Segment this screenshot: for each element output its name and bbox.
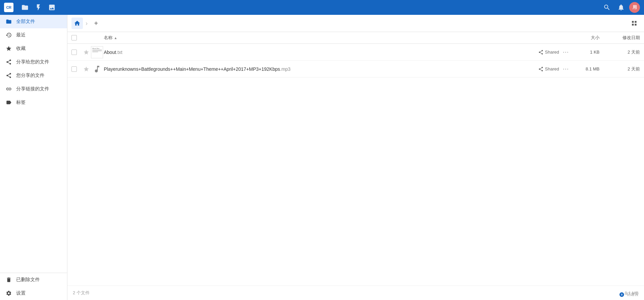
txt-file-icon: About New bbox=[91, 46, 103, 58]
sidebar-item-label: 已删除文件 bbox=[16, 277, 40, 283]
sidebar-item-shared-with-me[interactable]: 分享给您的文件 bbox=[0, 55, 67, 69]
logo-text: CR bbox=[6, 5, 11, 9]
toolbar-right bbox=[628, 18, 640, 29]
link-icon bbox=[5, 86, 12, 92]
main-container: 全部文件 最近 收藏 分享给您的文件 您分享的文件 bbox=[0, 15, 644, 300]
sidebar-item-label: 全部文件 bbox=[16, 19, 35, 25]
sidebar-item-settings[interactable]: 设置 bbox=[0, 287, 67, 300]
file-thumbnail: About New bbox=[90, 46, 104, 58]
clock-icon bbox=[5, 32, 12, 38]
file-ext: .txt bbox=[116, 50, 123, 55]
brand-text: 亿速云 bbox=[626, 292, 639, 297]
file-list: About New About.txt Shared ··· 1 KB bbox=[67, 44, 644, 286]
header-size-col: 大小 bbox=[573, 35, 600, 41]
sidebar-item-shared-links[interactable]: 分享链接的文件 bbox=[0, 82, 67, 96]
header-date-col: 修改日期 bbox=[600, 35, 640, 41]
folder-icon bbox=[5, 18, 12, 25]
file-name: Playerunknowns+Battlegrounds++Main+Menu+… bbox=[104, 66, 525, 72]
sidebar-item-favorites[interactable]: 收藏 bbox=[0, 42, 67, 55]
search-icon[interactable] bbox=[601, 1, 613, 13]
top-bar: CR 用 bbox=[0, 0, 644, 15]
sidebar-item-label: 最近 bbox=[16, 32, 26, 38]
file-size: 1 KB bbox=[573, 50, 600, 55]
yiyun-icon bbox=[619, 292, 624, 297]
bottom-brand: 亿速云 bbox=[619, 292, 639, 297]
header-name-col[interactable]: 名称 ▲ bbox=[104, 35, 519, 41]
notification-icon[interactable] bbox=[615, 1, 627, 13]
row-select-checkbox[interactable] bbox=[71, 50, 77, 55]
avatar[interactable]: 用 bbox=[629, 2, 640, 13]
sidebar-item-label: 收藏 bbox=[16, 46, 26, 52]
shared-label: Shared bbox=[545, 66, 559, 71]
select-all-checkbox[interactable] bbox=[71, 35, 77, 40]
folder-nav-icon[interactable] bbox=[19, 1, 31, 13]
row-star[interactable] bbox=[82, 49, 90, 55]
image-nav-icon[interactable] bbox=[46, 1, 58, 13]
top-bar-right: 用 bbox=[601, 1, 640, 13]
sidebar-bottom: 已删除文件 设置 bbox=[0, 273, 67, 300]
sort-icon: ▲ bbox=[114, 36, 117, 40]
file-list-header: 名称 ▲ 大小 修改日期 bbox=[67, 32, 644, 44]
breadcrumb-separator: › bbox=[86, 20, 88, 27]
lightning-nav-icon[interactable] bbox=[32, 1, 44, 13]
music-file-icon bbox=[91, 63, 103, 75]
add-button[interactable]: + bbox=[90, 18, 102, 29]
sidebar-item-label: 分享给您的文件 bbox=[16, 59, 49, 65]
file-date: 2 天前 bbox=[600, 49, 640, 55]
row-star[interactable] bbox=[82, 66, 90, 72]
logo-image: CR bbox=[4, 3, 13, 12]
sidebar-item-label: 分享链接的文件 bbox=[16, 86, 49, 92]
sidebar-item-deleted[interactable]: 已删除文件 bbox=[0, 273, 67, 287]
trash-icon bbox=[5, 276, 12, 283]
row-select-checkbox[interactable] bbox=[71, 66, 77, 72]
row-checkbox[interactable] bbox=[71, 66, 82, 72]
share2-icon bbox=[5, 72, 12, 79]
file-list-footer: 2 个文件 8.1 MB bbox=[67, 286, 644, 300]
tag-icon bbox=[5, 99, 12, 106]
sidebar-item-label: 标签 bbox=[16, 99, 26, 106]
share-icon bbox=[5, 59, 12, 65]
file-basename: Playerunknowns+Battlegrounds++Main+Menu+… bbox=[104, 66, 280, 72]
header-name-label: 名称 bbox=[104, 35, 113, 41]
toolbar: › + bbox=[67, 15, 644, 32]
sidebar-item-your-shares[interactable]: 您分享的文件 bbox=[0, 69, 67, 82]
table-row[interactable]: About New About.txt Shared ··· 1 KB bbox=[67, 44, 644, 61]
file-size: 8.1 MB bbox=[573, 66, 600, 71]
shared-label: Shared bbox=[545, 50, 559, 55]
sidebar-item-label: 设置 bbox=[16, 290, 26, 296]
sidebar: 全部文件 最近 收藏 分享给您的文件 您分享的文件 bbox=[0, 15, 67, 300]
sidebar-item-label: 您分享的文件 bbox=[16, 72, 44, 79]
file-shared-badge: Shared bbox=[525, 66, 559, 72]
sidebar-item-recent[interactable]: 最近 bbox=[0, 28, 67, 42]
grid-view-button[interactable] bbox=[628, 18, 640, 29]
row-checkbox[interactable] bbox=[71, 50, 82, 55]
content-area: › + 名称 ▲ 大小 bbox=[67, 15, 644, 300]
file-basename: About bbox=[104, 50, 116, 55]
star-icon bbox=[5, 45, 12, 52]
file-more-button[interactable]: ··· bbox=[559, 65, 573, 72]
header-checkbox-col bbox=[71, 35, 82, 40]
logo: CR bbox=[4, 3, 13, 12]
top-bar-nav-icons bbox=[19, 1, 58, 13]
gear-icon bbox=[5, 290, 12, 297]
home-button[interactable] bbox=[71, 18, 83, 29]
file-thumbnail bbox=[90, 63, 104, 75]
file-name: About.txt bbox=[104, 50, 525, 55]
table-row[interactable]: Playerunknowns+Battlegrounds++Main+Menu+… bbox=[67, 61, 644, 78]
file-date: 2 天前 bbox=[600, 66, 640, 72]
file-shared-badge: Shared bbox=[525, 50, 559, 55]
file-count: 2 个文件 bbox=[73, 290, 90, 296]
file-more-button[interactable]: ··· bbox=[559, 49, 573, 56]
sidebar-item-all-files[interactable]: 全部文件 bbox=[0, 15, 67, 28]
file-ext: .mp3 bbox=[280, 66, 290, 72]
sidebar-item-tags[interactable]: 标签 bbox=[0, 96, 67, 109]
